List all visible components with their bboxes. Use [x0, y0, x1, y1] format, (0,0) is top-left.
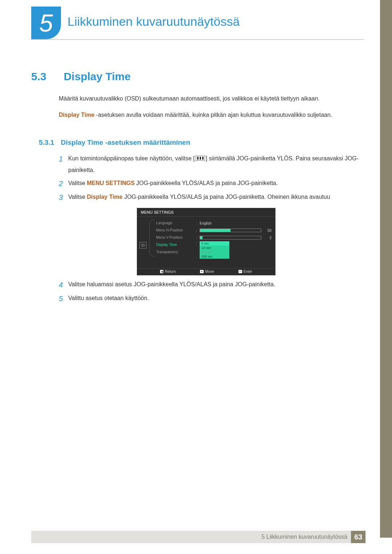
return-key-icon: ◀ [160, 270, 163, 273]
osd-curve [149, 219, 155, 257]
chapter-badge: 5 [31, 7, 61, 39]
osd-item-transparency: Transparency [156, 249, 196, 256]
step-text: Valitse haluamasi asetus JOG-painikkeell… [68, 279, 275, 291]
osd-menu-graphic: MENU SETTINGS Language Menu H-Position M… [137, 208, 275, 275]
subsection-title: Display Time -asetuksen määrittäminen [61, 139, 190, 146]
move-key-icon: ✦ [200, 270, 204, 273]
step-1: 1 Kun toimintonäppäinopas tulee näyttöön… [59, 153, 364, 176]
step-number: 5 [59, 292, 68, 305]
osd-enter: ↵Enter [238, 270, 252, 274]
osd-cursor-col [137, 217, 150, 268]
osd-vpos-slider [200, 236, 261, 239]
svg-rect-1 [197, 157, 199, 160]
osd-opt-20sec: 20 sec [200, 250, 229, 254]
step-number: 4 [59, 279, 68, 291]
osd-value-vpos: : 2 [196, 234, 271, 241]
osd-opt-200sec: 200 sec [200, 254, 229, 259]
step-text: Valitse MENU SETTINGS JOG-painikkeella Y… [68, 177, 278, 190]
intro-p2: Display Time -asetuksen avulla voidaan m… [59, 110, 364, 120]
step-number: 1 [59, 153, 68, 176]
side-tab [380, 0, 392, 538]
osd-move: ✦Move [200, 270, 214, 274]
header-underline [31, 39, 364, 40]
svg-rect-2 [200, 157, 201, 160]
osd-opt-5sec: 5 sec [200, 241, 229, 246]
step-number: 2 [59, 177, 68, 190]
section-heading: 5.3 Display Time [31, 70, 131, 83]
footer-text: 5 Liikkuminen kuvaruutunäytössä [261, 534, 351, 540]
osd-values: :English : 50 : 2 : 5 sec 10 sec 20 sec … [196, 217, 275, 268]
step-3: 3 Valitse Display Time JOG-painikkeella … [59, 191, 364, 204]
section-number: 5.3 [31, 70, 62, 83]
step-number: 3 [59, 191, 68, 204]
intro-p2-rest: -asetuksen avulla voidaan määrittää, kui… [94, 112, 332, 118]
display-time-highlight: Display Time [59, 112, 94, 118]
step-text: Valitse Display Time JOG-painikkeella YL… [68, 191, 330, 204]
osd-item-list: Language Menu H-Position Menu V-Position… [150, 217, 196, 268]
intro-body: Määritä kuvaruutuvalikko (OSD) sulkeutum… [59, 94, 364, 126]
osd-opt-10sec: 10 sec [200, 246, 229, 250]
osd-body: Language Menu H-Position Menu V-Position… [137, 217, 275, 268]
section-title: Display Time [64, 70, 131, 82]
osd-item-language: Language [156, 219, 196, 227]
steps-list: 1 Kun toimintonäppäinopas tulee näyttöön… [59, 153, 364, 205]
step-text: Kun toimintonäppäinopas tulee näyttöön, … [68, 153, 364, 176]
osd-value-hpos: : 50 [196, 227, 271, 234]
chapter-number: 5 [39, 11, 53, 35]
osd-dtime-dropdown: 5 sec 10 sec 20 sec 200 sec [200, 241, 229, 259]
display-time-highlight: Display Time [87, 194, 122, 200]
chapter-title: Liikkuminen kuvaruutunäytössä [68, 15, 240, 29]
step-text: Valittu asetus otetaan käyttöön. [68, 292, 149, 305]
osd-return: ◀Return [160, 270, 176, 274]
step-5: 5 Valittu asetus otetaan käyttöön. [59, 292, 364, 305]
osd-hpos-slider [200, 229, 261, 232]
step-4: 4 Valitse haluamasi asetus JOG-painikkee… [59, 279, 364, 291]
osd-cursor-icon [139, 242, 147, 249]
menu-settings-highlight: MENU SETTINGS [87, 180, 135, 186]
steps-list-cont: 4 Valitse haluamasi asetus JOG-painikkee… [59, 279, 364, 306]
osd-item-vpos: Menu V-Position [156, 234, 196, 241]
osd-title: MENU SETTINGS [137, 208, 275, 217]
intro-p1: Määritä kuvaruutuvalikko (OSD) sulkeutum… [59, 94, 364, 104]
svg-rect-3 [202, 157, 204, 160]
osd-item-hpos: Menu H-Position [156, 227, 196, 234]
menu-icon [196, 153, 205, 164]
subsection-heading: 5.3.1 Display Time -asetuksen määrittämi… [39, 139, 190, 147]
step-2: 2 Valitse MENU SETTINGS JOG-painikkeella… [59, 177, 364, 190]
subsection-number: 5.3.1 [39, 139, 59, 147]
osd-footer: ◀Return ✦Move ↵Enter [137, 268, 275, 275]
footer-bar: 5 Liikkuminen kuvaruutunäytössä 63 [31, 531, 366, 543]
osd-item-display-time: Display Time [156, 241, 196, 249]
footer-page-number: 63 [351, 531, 366, 543]
enter-key-icon: ↵ [238, 270, 242, 273]
osd-value-language: :English [196, 219, 271, 227]
osd-value-dtime: : 5 sec 10 sec 20 sec 200 sec [196, 241, 271, 259]
